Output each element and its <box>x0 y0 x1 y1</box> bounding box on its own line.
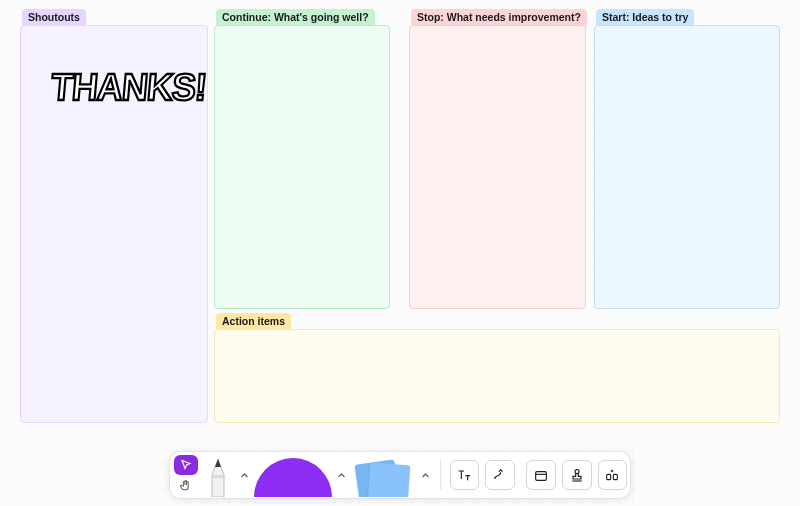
section-label-action[interactable]: Action items <box>216 313 291 331</box>
pen-options-chevron[interactable] <box>237 453 253 497</box>
svg-rect-0 <box>212 475 224 478</box>
shape-options-chevron[interactable] <box>333 453 349 497</box>
connector-tool-button[interactable] <box>485 460 515 490</box>
toolbar-divider <box>440 460 441 490</box>
pen-icon <box>204 453 232 497</box>
stamp-icon <box>569 467 585 483</box>
text-icon <box>456 467 472 483</box>
section-tool-button[interactable] <box>526 460 556 490</box>
svg-point-2 <box>575 470 579 474</box>
section-panel-start[interactable] <box>594 25 780 309</box>
sticky-note-tool-button[interactable] <box>349 453 418 497</box>
section-label-shoutouts[interactable]: Shoutouts <box>22 9 86 27</box>
shape-tool-button[interactable] <box>253 453 334 497</box>
sticky-options-chevron[interactable] <box>418 453 434 497</box>
pointer-tool-group <box>172 453 200 497</box>
hand-icon <box>179 479 192 492</box>
section-label-stop[interactable]: Stop: What needs improvement? <box>411 9 587 27</box>
pen-tool-button[interactable] <box>200 453 237 497</box>
chevron-up-icon <box>421 471 430 480</box>
shape-preview-circle <box>254 458 332 497</box>
hand-tool-button[interactable] <box>174 477 198 495</box>
section-label-continue[interactable]: Continue: What's going well? <box>216 9 375 27</box>
svg-rect-4 <box>614 474 618 479</box>
text-tool-button[interactable] <box>450 460 480 490</box>
svg-rect-3 <box>607 474 611 479</box>
section-panel-continue[interactable] <box>214 25 390 309</box>
more-tools-button[interactable] <box>598 460 628 490</box>
widgets-icon <box>604 467 620 483</box>
section-icon <box>533 467 549 483</box>
svg-rect-1 <box>536 472 547 481</box>
section-label-start[interactable]: Start: Ideas to try <box>596 9 694 27</box>
chevron-up-icon <box>240 471 249 480</box>
connector-icon <box>492 467 508 483</box>
select-tool-button[interactable] <box>174 455 198 475</box>
bottom-toolbar <box>170 452 630 498</box>
section-panel-stop[interactable] <box>409 25 586 309</box>
cursor-icon <box>180 459 192 471</box>
shoutouts-text[interactable]: THANKS! <box>49 65 208 109</box>
sticky-note-icon <box>353 460 413 497</box>
stamp-tool-button[interactable] <box>562 460 592 490</box>
chevron-up-icon <box>337 471 346 480</box>
section-panel-action[interactable] <box>214 329 780 423</box>
section-panel-shoutouts[interactable]: THANKS! <box>20 25 208 423</box>
